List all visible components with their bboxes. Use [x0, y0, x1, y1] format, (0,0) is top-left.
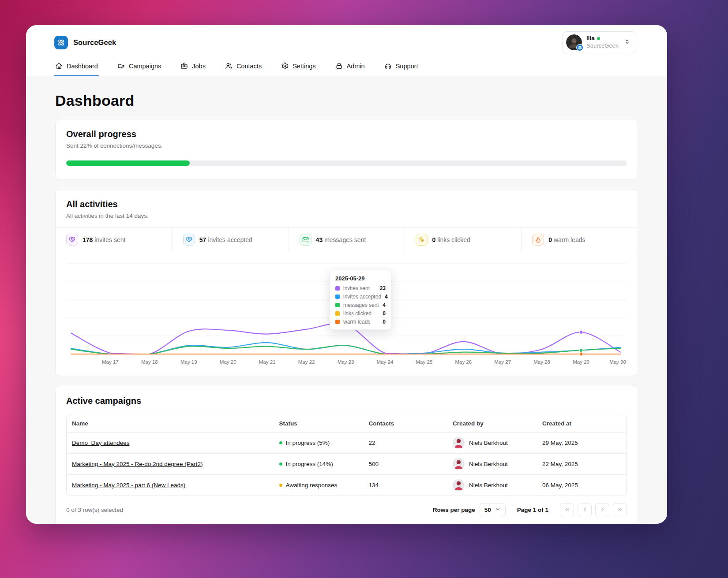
tab-label: Jobs [192, 63, 206, 70]
tab-dashboard[interactable]: Dashboard [54, 61, 99, 76]
pagination [560, 503, 627, 517]
stat-invites-sent: 178invites sent [56, 227, 172, 252]
tab-jobs[interactable]: Jobs [180, 61, 206, 76]
headset-icon [384, 62, 392, 70]
sourcegeek-badge-icon [576, 44, 583, 51]
svg-text:May 18: May 18 [141, 359, 158, 365]
tooltip-row: links clicked0 [335, 310, 386, 317]
chevrons-up-down-icon [624, 38, 630, 45]
tab-contacts[interactable]: Contacts [224, 61, 263, 76]
column-header-name: Name [67, 415, 274, 432]
created-at: 06 May, 2025 [537, 474, 627, 496]
brand-name: SourceGeek [73, 38, 116, 47]
created-by: Niels Berkhout [453, 479, 532, 491]
gear-icon [281, 62, 289, 70]
active-campaigns-card: Active campaigns NameStatusContactsCreat… [55, 386, 638, 524]
column-header-contacts: Contacts [364, 415, 447, 432]
chevron-down-icon [495, 506, 501, 514]
tab-label: Campaigns [129, 63, 161, 70]
user-name: Ilia [586, 35, 595, 42]
svg-text:May 19: May 19 [180, 359, 197, 365]
tab-admin[interactable]: Admin [334, 61, 366, 76]
page-title: Dashboard [55, 92, 638, 109]
tooltip-row: invites accepted4 [335, 294, 386, 300]
svg-text:May 27: May 27 [494, 359, 511, 365]
creator-avatar [453, 458, 465, 470]
tab-label: Contacts [236, 63, 262, 70]
campaign-row[interactable]: Marketing - May 2025 - Re-do 2nd degree … [67, 453, 627, 474]
content: Dashboard Overall progress Sent 22% of c… [26, 76, 667, 524]
mail-check-icon [300, 234, 311, 246]
activity-stats-row: 178invites sent57invites accepted43messa… [56, 227, 638, 252]
user-meta: Ilia SourceGeek [586, 35, 619, 49]
tooltip-row: warm leads0 [335, 319, 386, 325]
stat-warm-leads: 0warm leads [521, 227, 638, 252]
mail-check-icon [302, 236, 309, 243]
svg-text:May 22: May 22 [298, 359, 315, 365]
created-by: Niels Berkhout [453, 458, 532, 470]
campaign-name-link[interactable]: Marketing - May 2025 - Re-do 2nd degree … [72, 461, 203, 467]
campaign-row[interactable]: Marketing - May 2025 - part 6 (New Leads… [67, 474, 627, 496]
table-header-row: NameStatusContactsCreated byCreated at [67, 415, 627, 432]
table-footer: 0 of 3 row(s) selected Rows per page 50 … [56, 496, 638, 524]
tab-label: Dashboard [67, 63, 98, 70]
rows-per-page-value: 50 [484, 507, 491, 513]
prev-page-button[interactable] [578, 503, 592, 517]
created-at: 22 May, 2025 [537, 453, 627, 474]
svg-text:May 25: May 25 [416, 359, 433, 365]
home-icon [55, 62, 63, 70]
tab-settings[interactable]: Settings [280, 61, 316, 76]
megaphone-icon [117, 62, 125, 70]
svg-text:May 21: May 21 [259, 359, 276, 365]
contacts-icon [225, 62, 233, 70]
svg-text:May 24: May 24 [377, 359, 394, 365]
status-badge: Awaiting responses [279, 482, 358, 489]
active-campaigns-title: Active campaigns [66, 396, 627, 406]
tab-label: Admin [347, 63, 365, 70]
all-activities-subtitle: All activities in the last 14 days. [66, 213, 627, 219]
svg-text:May 17: May 17 [102, 359, 119, 365]
flame-icon [535, 236, 541, 243]
column-header-status: Status [274, 415, 364, 432]
tab-support[interactable]: Support [383, 61, 419, 76]
rows-selected-text: 0 of 3 row(s) selected [66, 507, 123, 513]
creator-avatar [453, 479, 465, 491]
campaign-row[interactable]: Demo_Day attendeesIn progress (5%)22Niel… [67, 432, 627, 453]
flame-icon [532, 234, 544, 246]
creator-avatar [453, 437, 465, 449]
next-page-button[interactable] [595, 503, 609, 517]
last-page-button[interactable] [613, 503, 627, 517]
user-company: SourceGeek [586, 42, 619, 49]
lock-icon [335, 62, 343, 70]
heart-handshake-icon [186, 236, 192, 243]
stat-messages-sent: 43messages sent [289, 227, 405, 252]
status-badge: In progress (5%) [279, 440, 358, 446]
tab-campaigns[interactable]: Campaigns [116, 61, 162, 76]
briefcase-icon [180, 62, 188, 70]
atom-icon [56, 38, 66, 47]
overall-progress-subtitle: Sent 22% of connections/messages. [66, 142, 627, 149]
campaign-name-link[interactable]: Demo_Day attendees [72, 440, 130, 446]
all-activities-card: All activities All activities in the las… [55, 189, 638, 376]
campaign-name-link[interactable]: Marketing - May 2025 - part 6 (New Leads… [72, 482, 185, 489]
tooltip-row: invites sent23 [335, 285, 386, 291]
first-page-button[interactable] [560, 503, 574, 517]
tooltip-date: 2025-05-29 [335, 275, 386, 282]
app-window: SourceGeek Ilia SourceGeek Dashboa [26, 25, 667, 524]
campaigns-table: NameStatusContactsCreated byCreated at D… [66, 415, 627, 496]
chevron-right-icon [599, 506, 606, 513]
contacts-count: 22 [364, 432, 447, 453]
column-header-created-by: Created by [447, 415, 537, 432]
sourcegeek-logo-icon [54, 36, 68, 49]
svg-text:May 29: May 29 [573, 359, 589, 365]
chevrons-left-icon [564, 506, 570, 514]
overall-progress-card: Overall progress Sent 22% of connections… [55, 119, 638, 179]
tooltip-row: messages sent4 [335, 302, 386, 308]
atom-icon [578, 45, 582, 50]
stat-text: 178invites sent [83, 236, 125, 243]
mouse-pointer-click-icon [416, 234, 428, 246]
created-at: 29 May, 2025 [537, 432, 627, 453]
rows-per-page-select[interactable]: 50 [480, 503, 506, 517]
user-menu[interactable]: Ilia SourceGeek [562, 31, 636, 53]
status-badge: In progress (14%) [279, 461, 358, 467]
